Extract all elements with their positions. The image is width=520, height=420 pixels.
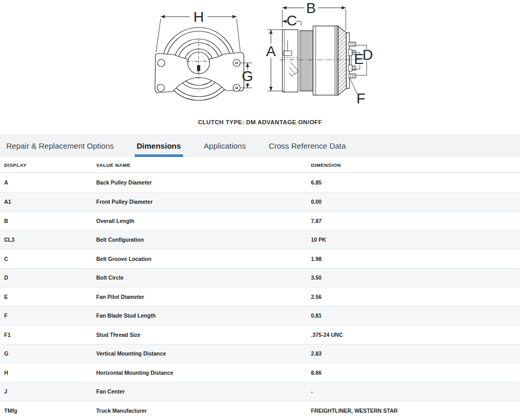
column-header-dimension: DIMENSION bbox=[311, 162, 520, 168]
value-name-cell: Horizontal Mounting Distance bbox=[96, 370, 311, 376]
dimension-cell: 0.00 bbox=[311, 199, 520, 205]
table-row: G Vertical Mounting Distance 2.83 bbox=[0, 344, 520, 363]
display-cell: B bbox=[4, 218, 96, 224]
clutch-technical-drawing: H G A B C D E F bbox=[0, 0, 520, 134]
table-row: A1 Front Pulley Diameter 0.00 bbox=[0, 192, 520, 212]
value-name-cell: Front Pulley Diameter bbox=[96, 199, 311, 205]
tab-dimensions[interactable]: Dimensions bbox=[137, 135, 181, 157]
dimension-cell: 0.81 bbox=[311, 312, 520, 319]
value-name-cell: Fan Center bbox=[96, 388, 311, 395]
tab-repair-replacement-options[interactable]: Repair & Replacement Options bbox=[6, 135, 114, 157]
dim-label-g: G bbox=[242, 68, 253, 84]
dim-label-e: E bbox=[354, 51, 364, 67]
diagram-caption: CLUTCH TYPE: DM ADVANTAGE ON/OFF bbox=[0, 119, 520, 125]
table-row: D Bolt Circle 3.50 bbox=[0, 268, 520, 287]
tab-label: Cross Reference Data bbox=[269, 141, 346, 150]
table-row: B Overall Length 7.87 bbox=[0, 211, 520, 230]
parts-catalog-page: H G A B C D E F CLUTCH TYPE: DM ADVANTAG… bbox=[0, 0, 520, 420]
table-row: E Fan Pilot Diameter 2.56 bbox=[0, 287, 520, 306]
side-view bbox=[267, 8, 367, 95]
column-header-value-name: VALUE NAME bbox=[96, 162, 311, 168]
tab-label: Applications bbox=[204, 141, 246, 150]
dimension-cell: FREIGHTLINER, WESTERN STAR bbox=[311, 408, 520, 414]
dimension-cell: 1.98 bbox=[311, 256, 520, 262]
table-row: J Fan Center - bbox=[0, 382, 520, 401]
value-name-cell: Stud Thread Size bbox=[96, 332, 311, 338]
value-name-cell: Back Pulley Diameter bbox=[96, 179, 311, 186]
display-cell: G bbox=[4, 350, 96, 357]
display-cell: A1 bbox=[4, 199, 96, 205]
value-name-cell: Vertical Mounting Distance bbox=[96, 350, 311, 357]
display-cell: H bbox=[4, 370, 96, 376]
value-name-cell: Belt Groove Location bbox=[96, 256, 311, 262]
table-body: A Back Pulley Diameter 6.85 A1 Front Pul… bbox=[0, 173, 520, 420]
dimension-cell: - bbox=[311, 388, 520, 395]
dimension-cell: 7.87 bbox=[311, 218, 520, 224]
display-cell: A bbox=[4, 179, 96, 186]
display-cell: D bbox=[4, 274, 96, 281]
table-row: TMfg Truck Manufacturer FREIGHTLINER, WE… bbox=[0, 401, 520, 420]
table-row: H Horizontal Mounting Distance 8.66 bbox=[0, 363, 520, 382]
value-name-cell: Overall Length bbox=[96, 218, 311, 224]
table-row: C Belt Groove Location 1.98 bbox=[0, 249, 520, 268]
dimension-cell: 2.83 bbox=[311, 350, 520, 357]
dim-label-a: A bbox=[266, 43, 276, 59]
display-cell: F1 bbox=[4, 332, 96, 338]
tab-applications[interactable]: Applications bbox=[204, 135, 246, 157]
tab-label: Repair & Replacement Options bbox=[6, 141, 114, 150]
table-row: CL3 Belt Configuration 10 PK bbox=[0, 230, 520, 250]
dimension-cell: 3.50 bbox=[311, 274, 520, 281]
dim-label-h: H bbox=[193, 9, 204, 25]
table-row: A Back Pulley Diameter 6.85 bbox=[0, 173, 520, 192]
display-cell: E bbox=[4, 294, 96, 300]
dimension-cell: 2.56 bbox=[311, 294, 520, 300]
dimension-cell: 10 PK bbox=[311, 237, 520, 243]
dimension-cell: 8.66 bbox=[311, 370, 520, 376]
tab-bar: Repair & Replacement Options Dimensions … bbox=[0, 134, 520, 157]
table-header-row: DISPLAY VALUE NAME DIMENSION bbox=[0, 157, 520, 173]
active-tab-underline bbox=[135, 154, 183, 157]
tab-cross-reference-data[interactable]: Cross Reference Data bbox=[269, 135, 346, 157]
dimensions-table: DISPLAY VALUE NAME DIMENSION A Back Pull… bbox=[0, 157, 520, 420]
value-name-cell: Belt Configuration bbox=[96, 237, 311, 243]
column-header-display: DISPLAY bbox=[4, 162, 96, 168]
tab-label: Dimensions bbox=[137, 141, 181, 150]
display-cell: TMfg bbox=[4, 408, 96, 414]
dimension-cell: 6.85 bbox=[311, 179, 520, 186]
value-name-cell: Fan Blade Stud Length bbox=[96, 312, 311, 319]
value-name-cell: Truck Manufacturer bbox=[96, 408, 311, 414]
clutch-diagram: H G A B C D E F CLUTCH TYPE: DM ADVANTAG… bbox=[0, 0, 520, 134]
dimension-cell: .375-24 UNC bbox=[311, 332, 520, 338]
dim-label-f: F bbox=[356, 90, 365, 107]
dim-label-b: B bbox=[306, 0, 316, 16]
table-row: F1 Stud Thread Size .375-24 UNC bbox=[0, 325, 520, 344]
dim-label-c: C bbox=[287, 12, 297, 29]
display-cell: C bbox=[4, 256, 96, 262]
table-row: F Fan Blade Stud Length 0.81 bbox=[0, 306, 520, 325]
value-name-cell: Fan Pilot Diameter bbox=[96, 294, 311, 300]
front-view bbox=[155, 17, 252, 100]
value-name-cell: Bolt Circle bbox=[96, 274, 311, 281]
display-cell: CL3 bbox=[4, 237, 96, 243]
display-cell: F bbox=[4, 312, 96, 319]
dim-label-d: D bbox=[362, 47, 373, 63]
display-cell: J bbox=[4, 388, 96, 395]
